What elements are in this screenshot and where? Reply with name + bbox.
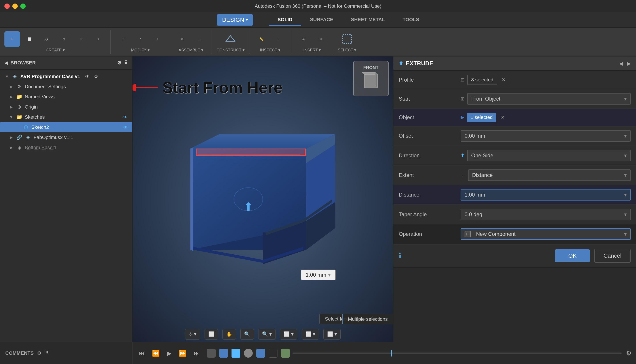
tree-expand-named-views[interactable]: ▶ bbox=[9, 94, 14, 99]
tree-item-sketches[interactable]: ▼ 📁 Sketches 👁 bbox=[0, 112, 132, 122]
tab-solid[interactable]: SOLID bbox=[269, 14, 301, 26]
viewport[interactable]: ⬆ Start From Here 1.00 mm ▾ bbox=[133, 56, 393, 342]
tab-sheet-metal[interactable]: SHEET METAL bbox=[342, 14, 394, 26]
tree-expand-root[interactable]: ▼ bbox=[5, 74, 9, 79]
tree-eye-root[interactable]: 👁 bbox=[85, 74, 90, 80]
extrude-taper-row: Taper Angle 0.0 deg bbox=[393, 205, 636, 224]
timeline-step-7[interactable] bbox=[281, 349, 290, 358]
taper-dropdown[interactable]: 0.0 deg bbox=[461, 209, 631, 220]
vp-zoom-btn[interactable]: 🔍 bbox=[240, 329, 254, 340]
insert-icon1[interactable]: ⊕ bbox=[296, 31, 311, 47]
maximize-button[interactable] bbox=[20, 4, 26, 9]
vp-zoom-more-btn[interactable]: 🔍 ▾ bbox=[258, 329, 276, 340]
tree-expand-sketches[interactable]: ▼ bbox=[9, 115, 14, 120]
timeline-settings-icon[interactable]: ⚙ bbox=[626, 350, 631, 357]
object-selection-badge[interactable]: 1 selected bbox=[467, 113, 496, 122]
extrude-collapse-icon[interactable]: ◀ bbox=[619, 60, 623, 66]
distance-input-arrow[interactable]: ▾ bbox=[624, 192, 627, 198]
create-more-icon[interactable]: ✦ bbox=[91, 31, 106, 47]
window-title: Autodesk Fusion 360 (Personal – Not for … bbox=[255, 3, 381, 9]
comments-settings-icon[interactable]: ⚙ bbox=[37, 350, 42, 356]
tab-tools[interactable]: TOOLS bbox=[394, 14, 428, 26]
distance-badge[interactable]: 1.00 mm ▾ bbox=[301, 270, 336, 280]
view-cube[interactable]: FRONT bbox=[353, 61, 388, 96]
inspect-section-icon[interactable]: ⟂ bbox=[271, 31, 287, 47]
tree-item-sketch2[interactable]: ⬡ Sketch2 👁 bbox=[0, 122, 132, 132]
timeline-step-5[interactable] bbox=[256, 349, 265, 358]
vp-grid-btn[interactable]: ⬜ ▾ bbox=[302, 329, 319, 340]
cancel-button[interactable]: Cancel bbox=[594, 249, 631, 263]
tab-surface[interactable]: SURFACE bbox=[301, 14, 342, 26]
offset-dropdown[interactable]: 0.00 mm bbox=[461, 130, 631, 142]
sidebar: ◀ BROWSER ⚙ ⠿ ▼ ◈ AVR Programmer Case v1… bbox=[0, 56, 133, 342]
create-new-component-icon[interactable]: ⊞ bbox=[5, 31, 20, 47]
tree-item-root[interactable]: ▼ ◈ AVR Programmer Case v1 👁 ⚙ bbox=[0, 72, 132, 82]
extent-dropdown[interactable]: Distance bbox=[468, 170, 631, 181]
start-dropdown[interactable]: From Object bbox=[467, 93, 631, 104]
create-revolve-icon[interactable]: ◑ bbox=[39, 31, 54, 47]
construct-plane-icon[interactable] bbox=[223, 31, 238, 47]
create-hole-icon[interactable]: ⊙ bbox=[56, 31, 72, 47]
operation-dropdown[interactable]: ☐ New Component ▾ bbox=[461, 228, 631, 240]
create-extrude-icon[interactable]: ⬜ bbox=[22, 31, 37, 47]
modify-move-icon[interactable]: ↕ bbox=[150, 31, 165, 47]
modify-fillet-icon[interactable]: ƒ bbox=[133, 31, 148, 47]
ok-button[interactable]: OK bbox=[555, 249, 590, 262]
close-button[interactable] bbox=[5, 4, 10, 9]
timeline-end-btn[interactable]: ⏭ bbox=[192, 348, 201, 359]
timeline-track[interactable] bbox=[293, 352, 622, 354]
minimize-button[interactable] bbox=[12, 4, 18, 9]
create-pattern-icon[interactable]: ⊞ bbox=[73, 31, 89, 47]
modify-push-pull-icon[interactable]: ⬡ bbox=[115, 31, 131, 47]
timeline-back-btn[interactable]: ⏪ bbox=[150, 348, 161, 359]
tree-item-doc-settings[interactable]: ▶ ⚙ Document Settings bbox=[0, 82, 132, 92]
select-icon[interactable] bbox=[339, 31, 355, 47]
tree-settings-root[interactable]: ⚙ bbox=[94, 74, 98, 80]
vp-display-btn[interactable]: ⬜ ▾ bbox=[280, 329, 297, 340]
tree-eye-sketches[interactable]: 👁 bbox=[123, 115, 128, 120]
offset-label: Offset bbox=[399, 133, 461, 139]
inspect-measure-icon[interactable]: 📏 bbox=[254, 31, 269, 47]
profile-clear-icon[interactable]: ✕ bbox=[502, 77, 506, 83]
extent-label: Extent bbox=[399, 172, 461, 178]
distance-dropdown-icon[interactable]: ▾ bbox=[328, 272, 331, 278]
tree-expand-faboptimus[interactable]: ▶ bbox=[9, 135, 14, 140]
start-dropdown-text: From Object bbox=[471, 96, 500, 102]
vp-snap-btn[interactable]: ⊹ ▾ bbox=[185, 329, 200, 340]
timeline-step-6[interactable] bbox=[269, 349, 278, 358]
direction-dropdown[interactable]: One Side bbox=[467, 150, 631, 161]
tree-item-named-views[interactable]: ▶ 📁 Named Views bbox=[0, 92, 132, 102]
profile-icon: ⊡ bbox=[461, 77, 465, 83]
timeline-beginning-btn[interactable]: ⏮ bbox=[137, 348, 147, 359]
info-button[interactable]: ℹ bbox=[399, 252, 401, 260]
tree-item-origin[interactable]: ▶ ⊕ Origin bbox=[0, 102, 132, 112]
sidebar-resize-icon[interactable]: ⠿ bbox=[124, 60, 128, 66]
tree-label-sketch2: Sketch2 bbox=[31, 124, 49, 130]
tree-item-bottom-base[interactable]: ▶ ◈ Bottom Base:1 bbox=[0, 142, 132, 153]
timeline-step-2[interactable] bbox=[219, 349, 228, 358]
tree-item-faboptimus[interactable]: ▶ 🔗 ◈ FabOptimus2 v1:1 bbox=[0, 132, 132, 142]
timeline-forward-btn[interactable]: ⏩ bbox=[177, 348, 188, 359]
vp-views-btn[interactable]: ⬜ ▾ bbox=[323, 329, 341, 340]
vp-pan-btn[interactable]: ✋ bbox=[223, 329, 236, 340]
assemble-icon1[interactable]: ⊛ bbox=[174, 31, 190, 47]
tree-expand-origin[interactable]: ▶ bbox=[9, 104, 14, 110]
assemble-icon2[interactable]: ⋯ bbox=[192, 31, 207, 47]
extrude-expand-icon[interactable]: ▶ bbox=[627, 60, 631, 66]
timeline-step-1[interactable] bbox=[207, 349, 216, 358]
profile-selection-badge[interactable]: 8 selected bbox=[467, 75, 497, 85]
tree-expand-doc-settings[interactable]: ▶ bbox=[9, 84, 14, 89]
vp-view-btn[interactable]: ⬜ bbox=[204, 329, 218, 340]
tree-eye-sketch2[interactable]: 👁 bbox=[123, 125, 128, 130]
sidebar-collapse-icon[interactable]: ◀ bbox=[5, 60, 8, 66]
object-clear-icon[interactable]: ✕ bbox=[501, 114, 505, 120]
timeline-step-4[interactable] bbox=[244, 349, 253, 358]
timeline-play-btn[interactable]: ▶ bbox=[165, 348, 173, 359]
tree-expand-bottom-base[interactable]: ▶ bbox=[9, 145, 14, 150]
design-dropdown[interactable]: DESIGN bbox=[217, 14, 253, 26]
insert-icon2[interactable]: ⊞ bbox=[313, 31, 328, 47]
distance-input[interactable]: 1.00 mm ▾ bbox=[461, 189, 631, 200]
sidebar-settings-icon[interactable]: ⚙ bbox=[117, 60, 121, 66]
comments-resize-icon[interactable]: ⠿ bbox=[45, 350, 49, 356]
timeline-step-3[interactable] bbox=[232, 349, 240, 358]
